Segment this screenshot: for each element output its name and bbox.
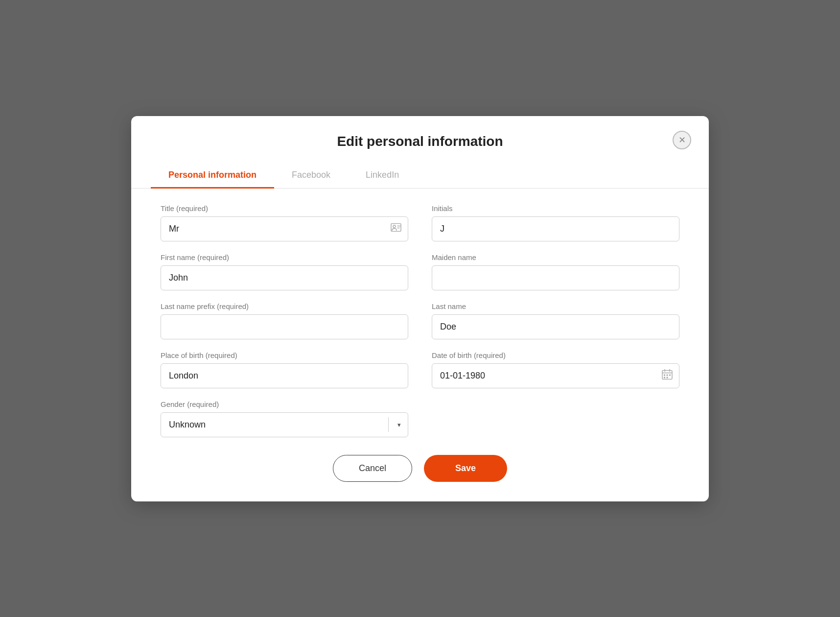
form-body: Title (required): [131, 189, 709, 437]
gender-input[interactable]: [161, 413, 386, 437]
person-card-icon: [391, 223, 401, 235]
svg-rect-10: [669, 375, 671, 376]
maiden-name-input[interactable]: [432, 265, 679, 290]
title-input[interactable]: [161, 216, 408, 241]
gender-label: Gender (required): [161, 400, 408, 408]
first-name-label: First name (required): [161, 253, 408, 261]
calendar-icon[interactable]: [662, 369, 673, 382]
cancel-button[interactable]: Cancel: [333, 455, 412, 482]
last-name-prefix-input[interactable]: [161, 314, 408, 339]
svg-rect-0: [391, 224, 401, 232]
field-group-date-of-birth: Date of birth (required): [432, 351, 679, 388]
date-of-birth-label: Date of birth (required): [432, 351, 679, 359]
tab-linkedin[interactable]: LinkedIn: [348, 163, 417, 189]
svg-point-1: [393, 225, 396, 228]
modal-header: Edit personal information ✕: [131, 116, 709, 149]
field-group-last-name-prefix: Last name prefix (required): [161, 302, 408, 339]
footer-buttons: Cancel Save: [131, 455, 709, 482]
svg-rect-11: [664, 377, 665, 379]
initials-input[interactable]: [432, 216, 679, 241]
row-prefix-lastname: Last name prefix (required) Last name: [161, 302, 679, 339]
row-title-initials: Title (required): [161, 204, 679, 241]
first-name-input[interactable]: [161, 265, 408, 290]
modal-overlay: Edit personal information ✕ Personal inf…: [0, 0, 840, 617]
field-group-first-name: First name (required): [161, 253, 408, 290]
field-group-last-name: Last name: [432, 302, 679, 339]
date-of-birth-input[interactable]: [432, 363, 679, 388]
title-input-wrapper: [161, 216, 408, 241]
field-group-empty: [432, 400, 679, 437]
place-of-birth-input[interactable]: [161, 363, 408, 388]
title-label: Title (required): [161, 204, 408, 213]
field-group-initials: Initials: [432, 204, 679, 241]
row-gender: Gender (required) ▾: [161, 400, 679, 437]
initials-label: Initials: [432, 204, 679, 213]
last-name-prefix-label: Last name prefix (required): [161, 302, 408, 310]
row-birth: Place of birth (required) Date of birth …: [161, 351, 679, 388]
field-group-maiden-name: Maiden name: [432, 253, 679, 290]
chevron-down-icon[interactable]: ▾: [391, 421, 408, 428]
svg-rect-8: [664, 375, 665, 376]
gender-select-wrapper: ▾: [161, 412, 408, 437]
edit-personal-info-modal: Edit personal information ✕ Personal inf…: [131, 116, 709, 501]
tabs-container: Personal information Facebook LinkedIn: [131, 163, 709, 189]
save-button[interactable]: Save: [424, 455, 507, 482]
modal-title: Edit personal information: [151, 134, 689, 149]
field-group-place-of-birth: Place of birth (required): [161, 351, 408, 388]
row-firstname-maidenname: First name (required) Maiden name: [161, 253, 679, 290]
close-button[interactable]: ✕: [673, 131, 691, 149]
field-group-gender: Gender (required) ▾: [161, 400, 408, 437]
maiden-name-label: Maiden name: [432, 253, 679, 261]
date-of-birth-input-wrapper: [432, 363, 679, 388]
last-name-input[interactable]: [432, 314, 679, 339]
field-group-title: Title (required): [161, 204, 408, 241]
last-name-label: Last name: [432, 302, 679, 310]
tab-facebook[interactable]: Facebook: [274, 163, 348, 189]
svg-rect-12: [667, 377, 668, 379]
svg-rect-9: [667, 375, 668, 376]
tab-personal-information[interactable]: Personal information: [151, 163, 274, 189]
place-of-birth-label: Place of birth (required): [161, 351, 408, 359]
select-divider: [388, 417, 389, 432]
